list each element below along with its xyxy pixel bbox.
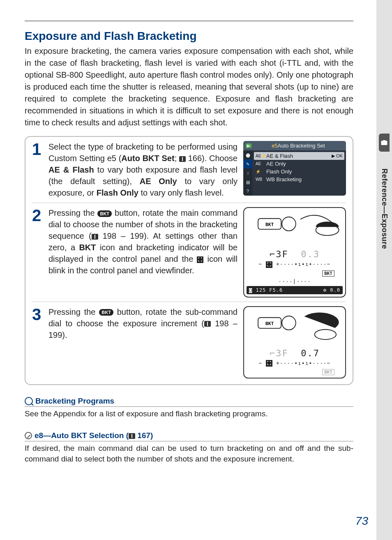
manual-page-icon	[129, 433, 135, 439]
menu-list: AE⚡AE & Flash▶ OK AEAE Only ⚡Flash Only …	[252, 150, 346, 196]
text-bold: BKT	[79, 243, 96, 252]
note-title: e8—Auto BKT Selection ( 167)	[35, 431, 153, 440]
step-1-text: Select the type of bracketing to be perf…	[48, 141, 238, 198]
text-bold: Flash Only	[97, 188, 138, 197]
svg-point-6	[282, 316, 296, 330]
text: ;	[175, 154, 179, 163]
menu-item-ae-only: AEAE Only	[254, 160, 344, 168]
lcd-readout: ⌐3F 0.3	[247, 249, 343, 259]
menu-screenshot: ▶e5Auto Bracketing Set ⬤ ✎ ⁞ ▤ ? AE⚡AE &…	[243, 141, 346, 196]
manual-page-icon	[179, 156, 186, 162]
page-title: Exposure and Flash Bracketing	[25, 30, 353, 43]
exposure-comp-icon: ⛶	[266, 261, 272, 268]
tab-icon: ⁞	[243, 168, 252, 178]
text: to vary only flash level.	[138, 188, 224, 197]
svg-text:BKT: BKT	[265, 321, 274, 326]
step-number: 3	[32, 306, 44, 379]
step-2-figure: BKT ⌐3F 0.3 − ⛶ +····∙ı∙ı∙····− BKT	[243, 207, 346, 298]
camera-icon	[380, 139, 388, 146]
step-1-figure: ▶e5Auto Bracketing Set ⬤ ✎ ⁞ ▤ ? AE⚡AE &…	[243, 141, 346, 198]
menu-title: e5Auto Bracketing Set	[253, 143, 344, 149]
step-3: 3 Pressing the BKT button, rotate the su…	[32, 306, 346, 379]
text-bold: AE Only	[140, 177, 177, 186]
step-1: 1 Select the type of bracketing to be pe…	[32, 141, 346, 198]
svg-point-2	[282, 217, 296, 231]
menu-item-wb-bracketing: WBWB Bracketing	[254, 175, 344, 183]
exposure-comp-icon: ⛶	[266, 360, 272, 367]
bkt-indicator: BKT	[322, 270, 334, 277]
camera-diagram: BKT ⌐3F 0.3 − ⛶ +····∙ı∙ı∙····− BKT	[243, 207, 346, 298]
note-bracketing-programs: Bracketing Programs See the Appendix for…	[25, 397, 353, 420]
note-title: Bracketing Programs	[35, 397, 114, 406]
lcd-scale-lower: ····|····	[247, 278, 343, 284]
text: Pressing the	[48, 208, 97, 217]
lcd-scale: − ⛶ +····∙ı∙ı∙····−	[247, 261, 343, 268]
side-gutter	[376, 0, 392, 540]
step-3-text: Pressing the BKT button, rotate the sub-…	[48, 306, 238, 379]
camera-top-dial: BKT	[247, 309, 343, 346]
note-body: If desired, the main command dial can be…	[25, 443, 353, 465]
camera-diagram: BKT ⌐3F 0.7 − ⛶ +····∙ı∙ı∙····− BKT	[243, 306, 346, 379]
tab-icon: ✎	[243, 159, 252, 168]
svg-text:BKT: BKT	[265, 222, 274, 227]
bkt-button-icon: BKT	[99, 309, 113, 316]
top-rule	[25, 21, 353, 21]
lcd-readout: ⌐3F 0.7	[247, 348, 343, 358]
pencil-icon	[25, 432, 32, 439]
menu-item-ae-flash: AE⚡AE & Flash▶ OK	[254, 152, 344, 160]
viewfinder-readout: ◙ 125 F5.6 ⚙ 0.0	[247, 286, 343, 294]
tab-icon: ?	[243, 187, 252, 196]
manual-page-icon	[204, 321, 211, 327]
intro-paragraph: In exposure bracketing, the camera varie…	[25, 45, 353, 129]
page-content: Exposure and Flash Bracketing In exposur…	[25, 21, 353, 465]
lcd-scale: − ⛶ +····∙ı∙ı∙····−	[247, 360, 343, 367]
step-separator	[32, 302, 346, 302]
camera-top-dial: BKT	[247, 210, 343, 247]
tab-icon: ⬤	[243, 150, 252, 159]
tab-icon: ▤	[243, 178, 252, 187]
page-number: 73	[355, 515, 368, 528]
magnifier-icon	[25, 397, 33, 405]
note-e8-selection: e8—Auto BKT Selection ( 167) If desired,…	[25, 431, 353, 465]
text: 166). Choose	[186, 154, 238, 163]
step-3-figure: BKT ⌐3F 0.7 − ⛶ +····∙ı∙ı∙····− BKT	[243, 306, 346, 379]
side-section-label: Reference—Exposure	[380, 168, 389, 249]
steps-container: 1 Select the type of bracketing to be pe…	[25, 136, 353, 385]
bkt-indicator: BKT	[322, 369, 334, 375]
step-2-text: Pressing the BKT button, rotate the main…	[48, 207, 238, 298]
manual-page-icon	[92, 234, 98, 240]
side-tab-icon	[379, 134, 390, 152]
menu-play-icon: ▶	[246, 143, 251, 148]
svg-point-7	[315, 329, 336, 339]
step-2: 2 Pressing the BKT button, rotate the ma…	[32, 207, 346, 298]
text-bold: Auto BKT Set	[121, 154, 174, 163]
menu-side-tabs: ⬤ ✎ ⁞ ▤ ?	[243, 150, 252, 196]
step-separator	[32, 203, 346, 203]
bkt-button-icon: BKT	[97, 210, 112, 217]
menu-item-flash-only: ⚡Flash Only	[254, 168, 344, 175]
text-bold: AE & Flash	[48, 165, 94, 174]
step-number: 1	[32, 141, 44, 198]
step-number: 2	[32, 207, 44, 298]
note-body: See the Appendix for a list of exposure …	[25, 408, 353, 420]
exposure-comp-icon: ⛶	[197, 256, 203, 263]
text: Pressing the	[48, 307, 99, 316]
